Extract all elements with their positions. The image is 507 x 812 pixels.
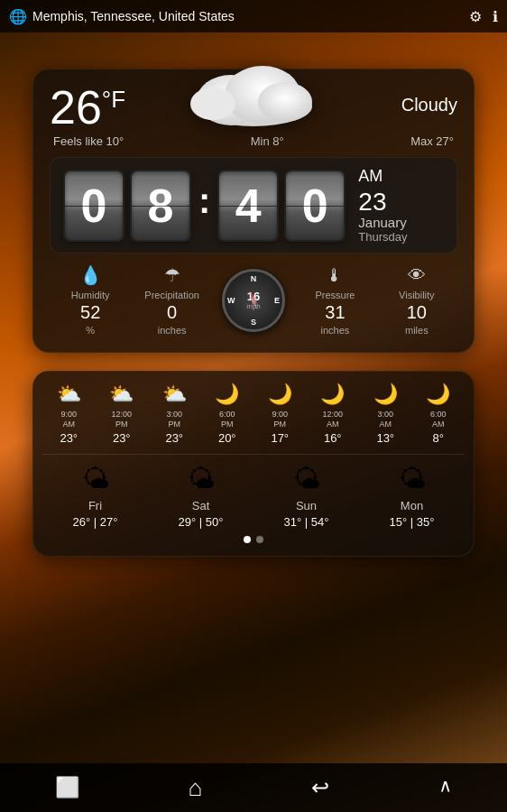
temperature-display: 26°F — [50, 84, 125, 131]
humidity-icon: 💧 — [79, 264, 102, 286]
page-dots — [42, 536, 465, 543]
hourly-temp-6: 16° — [324, 431, 342, 445]
humidity-unit: % — [86, 325, 95, 336]
daily-icon-mon: 🌤 — [399, 464, 426, 494]
hourly-item-4: 🌙 6:00PM 20° — [201, 383, 254, 445]
max-temp: Max 27° — [410, 134, 454, 148]
date-weekday: Thursday — [358, 230, 407, 244]
min-tens: 4 — [217, 170, 279, 242]
ampm: AM — [358, 167, 383, 186]
daily-row: 🌤 Fri 26° | 27° 🌤 Sat 29° | 50° 🌤 Sun 31… — [42, 464, 465, 529]
hourly-icon-8: 🌙 — [426, 383, 450, 406]
hourly-icon-7: 🌙 — [373, 383, 398, 406]
hourly-temp-1: 23° — [60, 431, 78, 445]
hourly-icon-3: ⛅ — [162, 383, 187, 406]
hourly-temp-3: 23° — [165, 431, 183, 445]
daily-day-fri: Fri — [88, 499, 102, 512]
feels-like-text: Feels like 10° — [53, 134, 124, 148]
hourly-time-3: 3:00PM — [166, 410, 182, 429]
compass: N S E W 16 mph — [222, 269, 285, 332]
dot-2[interactable] — [256, 536, 263, 543]
visibility-label: Visibility — [399, 290, 435, 300]
daily-item-mon: 🌤 Mon 15° | 35° — [359, 464, 465, 529]
humidity-value: 52 — [80, 302, 100, 323]
home-icon[interactable]: ⌂ — [189, 774, 203, 802]
hourly-temp-7: 13° — [376, 431, 394, 445]
daily-item-sat: 🌤 Sat 29° | 50° — [148, 464, 254, 529]
visibility-unit: miles — [405, 325, 429, 336]
hourly-time-6: 12:00AM — [322, 410, 343, 429]
recent-apps-icon[interactable]: ⬜ — [55, 776, 79, 799]
hourly-time-2: 12:00PM — [111, 410, 132, 429]
back-icon[interactable]: ↩ — [311, 775, 329, 800]
hourly-icon-4: 🌙 — [215, 383, 239, 406]
svg-point-3 — [258, 82, 312, 122]
hourly-time-8: 6:00AM — [430, 410, 447, 429]
daily-icon-sat: 🌤 — [188, 464, 215, 494]
pressure-label: Pressure — [315, 290, 355, 300]
condition-text: Cloudy — [401, 95, 457, 115]
clock-digits: 0 8 : 4 0 — [63, 170, 346, 242]
status-bar: 🌐 Memphis, Tennessee, United States ⚙ ℹ — [0, 0, 507, 32]
info-icon[interactable]: ℹ — [493, 8, 498, 25]
precipitation-stat: ☂ Precipitation 0 inches — [131, 264, 212, 336]
daily-item-fri: 🌤 Fri 26° | 27° — [42, 464, 148, 529]
hourly-temp-4: 20° — [218, 431, 236, 445]
up-icon[interactable]: ∨ — [438, 777, 452, 798]
compass-north: N — [251, 274, 257, 283]
compass-east: E — [274, 296, 280, 305]
settings-icon[interactable]: ⚙ — [469, 8, 482, 25]
hourly-time-4: 6:00PM — [219, 410, 235, 429]
svg-marker-5 — [247, 290, 257, 305]
daily-day-mon: Mon — [401, 499, 423, 512]
visibility-icon: 👁 — [408, 265, 426, 286]
compass-west: W — [227, 296, 235, 305]
hourly-icon-1: ⛅ — [57, 383, 81, 406]
location-text: Memphis, Tennessee, United States — [32, 9, 235, 23]
daily-icon-fri: 🌤 — [82, 464, 109, 494]
daily-temps-sat: 29° | 50° — [179, 515, 224, 529]
daily-temps-mon: 15° | 35° — [390, 515, 435, 529]
hourly-icon-6: 🌙 — [320, 383, 345, 406]
hourly-icon-2: ⛅ — [109, 383, 134, 406]
forecast-card: ⛅ 9:00AM 23° ⛅ 12:00PM 23° ⛅ 3:00PM 23° … — [32, 371, 475, 557]
daily-icon-sun: 🌤 — [293, 464, 320, 494]
humidity-stat: 💧 Humidity 52 % — [50, 264, 131, 336]
hourly-time-5: 9:00PM — [272, 410, 288, 429]
hourly-row: ⛅ 9:00AM 23° ⛅ 12:00PM 23° ⛅ 3:00PM 23° … — [42, 383, 465, 455]
hourly-icon-5: 🌙 — [268, 383, 292, 406]
visibility-value: 10 — [407, 302, 427, 323]
daily-day-sat: Sat — [192, 499, 210, 512]
hourly-item-6: 🌙 12:00AM 16° — [307, 383, 360, 445]
feels-like-row: Feels like 10° Min 8° Max 27° — [50, 134, 457, 148]
clock-right: AM 23 January Thursday — [358, 167, 407, 244]
status-bar-left: 🌐 Memphis, Tennessee, United States — [9, 8, 235, 25]
temperature-value: 26°F — [50, 81, 125, 134]
hourly-time-1: 9:00AM — [60, 410, 77, 429]
daily-day-sun: Sun — [296, 499, 317, 512]
nav-bar: ⬜ ⌂ ↩ ∨ — [0, 763, 507, 812]
precipitation-icon: ☂ — [164, 264, 180, 286]
hour-tens: 0 — [63, 170, 124, 242]
daily-temps-sun: 31° | 54° — [284, 515, 329, 529]
stats-row: 💧 Humidity 52 % ☂ Precipitation 0 inches… — [50, 264, 457, 336]
hourly-item-2: ⛅ 12:00PM 23° — [96, 383, 149, 445]
hourly-item-1: ⛅ 9:00AM 23° — [42, 383, 96, 445]
hour-ones: 8 — [130, 170, 191, 242]
precipitation-value: 0 — [167, 302, 177, 323]
daily-item-sun: 🌤 Sun 31° | 54° — [254, 464, 359, 529]
pressure-value: 31 — [325, 302, 345, 323]
compass-south: S — [251, 318, 256, 327]
svg-marker-6 — [249, 295, 259, 310]
dot-1[interactable] — [244, 536, 251, 543]
hourly-item-8: 🌙 6:00AM 8° — [412, 383, 466, 445]
visibility-stat: 👁 Visibility 10 miles — [376, 265, 457, 336]
widget-area: 26°F — [0, 32, 507, 566]
colon: : — [197, 180, 212, 221]
min-ones: 0 — [284, 170, 346, 242]
location-icon: 🌐 — [9, 8, 27, 25]
status-bar-right: ⚙ ℹ — [469, 8, 498, 25]
precipitation-unit: inches — [158, 325, 187, 336]
date-month: January — [358, 215, 406, 230]
svg-point-4 — [190, 88, 235, 120]
